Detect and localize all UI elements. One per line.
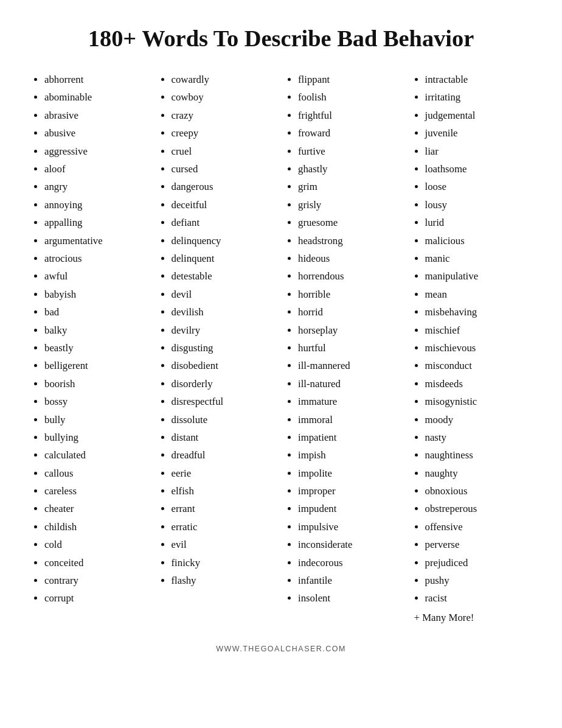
list-item: immoral — [298, 411, 402, 429]
more-label: + Many More! — [414, 609, 529, 626]
list-item: disrespectful — [172, 393, 276, 410]
list-item: offensive — [425, 518, 529, 536]
list-item: foolish — [298, 88, 402, 106]
list-item: awful — [44, 267, 148, 285]
list-item: cold — [44, 536, 148, 553]
list-item: elfish — [172, 482, 276, 500]
list-item: horrid — [298, 303, 402, 321]
list-item: misbehaving — [425, 303, 529, 321]
list-item: irritating — [425, 88, 529, 106]
list-item: callous — [44, 464, 148, 482]
list-item: horrible — [298, 285, 402, 303]
list-item: abominable — [44, 88, 148, 106]
list-item: liar — [425, 142, 529, 160]
list-item: manipulative — [425, 267, 529, 285]
list-item: hideous — [298, 250, 402, 267]
list-item: infantile — [298, 572, 402, 589]
list-item: cowboy — [172, 88, 276, 106]
list-item: malicious — [425, 232, 529, 250]
list-item: beastly — [44, 339, 148, 357]
list-item: indecorous — [298, 554, 402, 572]
list-item: creepy — [172, 124, 276, 142]
list-item: devilish — [172, 303, 276, 321]
list-item: dissolute — [172, 411, 276, 429]
list-item: dangerous — [172, 178, 276, 195]
list-item: devilry — [172, 321, 276, 339]
list-item: prejudiced — [425, 554, 529, 572]
list-item: mischievous — [425, 339, 529, 357]
list-item: argumentative — [44, 232, 148, 250]
list-item: obnoxious — [425, 482, 529, 500]
list-item: abrasive — [44, 107, 148, 124]
list-item: insolent — [298, 589, 402, 607]
list-item: obstreperous — [425, 500, 529, 517]
list-item: naughtiness — [425, 446, 529, 464]
list-item: erratic — [172, 518, 276, 536]
list-item: corrupt — [44, 589, 148, 607]
list-item: ill-mannered — [298, 357, 402, 374]
list-item: improper — [298, 482, 402, 500]
list-item: childish — [44, 518, 148, 536]
list-item: deceitful — [172, 196, 276, 214]
list-item: bully — [44, 411, 148, 429]
list-item: naughty — [425, 464, 529, 482]
column-4: intractableirritatingjudgementaljuvenile… — [411, 71, 532, 626]
list-item: juvenile — [425, 124, 529, 142]
list-item: flippant — [298, 71, 402, 88]
list-item: headstrong — [298, 232, 402, 250]
list-item: disobedient — [172, 357, 276, 374]
list-item: manic — [425, 250, 529, 267]
column-1: abhorrentabominableabrasiveabusiveaggres… — [30, 71, 151, 626]
list-item: abhorrent — [44, 71, 148, 88]
list-item: detestable — [172, 267, 276, 285]
word-columns: abhorrentabominableabrasiveabusiveaggres… — [30, 71, 532, 626]
list-item: impatient — [298, 429, 402, 446]
list-item: cheater — [44, 500, 148, 517]
list-item: froward — [298, 124, 402, 142]
list-item: boorish — [44, 375, 148, 393]
list-item: annoying — [44, 196, 148, 214]
list-item: lousy — [425, 196, 529, 214]
list-item: nasty — [425, 429, 529, 446]
list-item: misogynistic — [425, 393, 529, 410]
list-item: flashy — [172, 572, 276, 589]
list-item: angry — [44, 178, 148, 195]
list-item: contrary — [44, 572, 148, 589]
list-item: delinquency — [172, 232, 276, 250]
list-item: aggressive — [44, 142, 148, 160]
list-item: misdeeds — [425, 375, 529, 393]
list-item: distant — [172, 429, 276, 446]
list-item: loathsome — [425, 160, 529, 178]
list-item: disorderly — [172, 375, 276, 393]
list-item: judgemental — [425, 107, 529, 124]
list-item: abusive — [44, 124, 148, 142]
list-item: defiant — [172, 214, 276, 231]
list-item: gruesome — [298, 214, 402, 231]
list-item: horrendous — [298, 267, 402, 285]
list-item: bossy — [44, 393, 148, 410]
list-item: finicky — [172, 554, 276, 572]
footer-url: WWW.THEGOALCHASER.COM — [30, 645, 532, 653]
list-item: intractable — [425, 71, 529, 88]
column-3: flippantfoolishfrightfulfrowardfurtivegh… — [284, 71, 405, 626]
list-item: ill-natured — [298, 375, 402, 393]
list-item: careless — [44, 482, 148, 500]
list-item: frightful — [298, 107, 402, 124]
list-item: atrocious — [44, 250, 148, 267]
list-item: disgusting — [172, 339, 276, 357]
list-item: grim — [298, 178, 402, 195]
list-item: errant — [172, 500, 276, 517]
list-item: inconsiderate — [298, 536, 402, 553]
list-item: crazy — [172, 107, 276, 124]
list-item: impish — [298, 446, 402, 464]
list-item: ghastly — [298, 160, 402, 178]
list-item: misconduct — [425, 357, 529, 374]
list-item: appalling — [44, 214, 148, 231]
list-item: cruel — [172, 142, 276, 160]
list-item: racist — [425, 589, 529, 607]
list-item: mischief — [425, 321, 529, 339]
column-2: cowardlycowboycrazycreepycruelcurseddang… — [158, 71, 279, 626]
list-item: babyish — [44, 285, 148, 303]
list-item: calculated — [44, 446, 148, 464]
list-item: bad — [44, 303, 148, 321]
